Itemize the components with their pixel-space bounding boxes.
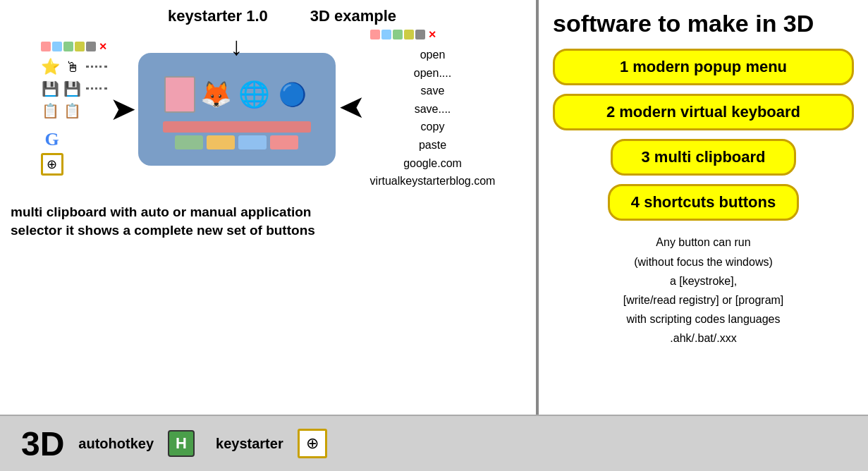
dotted-line-1 <box>86 66 107 68</box>
menu-item-paste[interactable]: paste <box>370 136 496 154</box>
keystarter-icon-footer[interactable]: ⊕ <box>298 429 327 458</box>
color-dot-yellow[interactable] <box>75 42 85 51</box>
bottom-text-1: multi clipboard with auto or manual appl… <box>11 203 529 222</box>
blue-diagram-box: ↓ 🦊 🌐 🔵 <box>138 53 336 166</box>
any-button-description: Any button can run (without focus the wi… <box>553 233 854 348</box>
title-keystarter: keystarter 1.0 <box>168 7 268 25</box>
color-dot-blue[interactable] <box>52 42 62 51</box>
button-multi-clipboard[interactable]: 3 multi clipboard <box>611 139 795 176</box>
color-toolbar-left: ✕ <box>41 41 107 54</box>
x-mark-left[interactable]: ✕ <box>99 41 107 52</box>
footer-keystarter-label: keystarter <box>216 436 283 452</box>
app-icon-pink <box>164 76 195 113</box>
bottom-description: multi clipboard with auto or manual appl… <box>7 203 529 240</box>
button-popup-menu[interactable]: 1 modern popup menu <box>553 49 854 85</box>
menu-item-open[interactable]: open <box>370 46 496 64</box>
right-color-dot-yellow[interactable] <box>404 30 414 39</box>
autohotkey-letter: H <box>176 434 187 453</box>
icon-save2-left[interactable]: 💾 <box>63 79 82 99</box>
button-virtual-keyboard[interactable]: 2 modern virtual keyboard <box>553 94 854 130</box>
right-title: software to make in 3D <box>553 11 854 37</box>
footer: 3D autohotkey H keystarter ⊕ <box>0 415 868 471</box>
icon-save-left[interactable]: 💾 <box>41 79 61 99</box>
color-dot-pink[interactable] <box>41 42 51 51</box>
bottom-text-2: selector it shows a complete new set of … <box>11 221 529 240</box>
color-dot-green[interactable] <box>63 42 73 51</box>
crosshair-icon-left[interactable]: ⊕ <box>41 153 63 176</box>
app-icon-ie: 🔵 <box>276 76 310 113</box>
icon-paste-left[interactable]: 📋 <box>63 101 82 121</box>
footer-3d-label: 3D <box>21 424 64 463</box>
app-icons-row: 🦊 🌐 🔵 <box>164 76 310 113</box>
left-panel: keystarter 1.0 3D example ✕ <box>0 0 536 415</box>
app-icon-chrome: 🌐 <box>238 76 271 113</box>
shelf-item-1 <box>175 135 203 149</box>
icon-copy-left[interactable]: 📋 <box>41 101 61 121</box>
menu-item-save[interactable]: save <box>370 82 496 100</box>
menu-item-blog[interactable]: virtualkeystarterblog.com <box>370 172 496 190</box>
menu-item-save-dots[interactable]: save.... <box>370 100 496 118</box>
arrow-left-icon: ➤ <box>111 93 135 126</box>
autohotkey-icon[interactable]: H <box>168 430 195 457</box>
shelf-item-4 <box>270 135 298 149</box>
app-icon-firefox: 🦊 <box>200 76 233 113</box>
title-3d-example: 3D example <box>310 7 396 25</box>
dotted-line-2 <box>86 87 107 90</box>
diagram-section: ✕ ⭐ 🖱 💾 💾 📋 📋 G <box>7 29 529 190</box>
right-color-dot-blue[interactable] <box>381 30 391 39</box>
google-icon[interactable]: G <box>41 128 63 151</box>
menu-item-copy[interactable]: copy <box>370 118 496 136</box>
menu-item-google[interactable]: google.com <box>370 154 496 173</box>
footer-autohotkey-label: autohotkey <box>78 436 154 452</box>
down-arrow-icon: ↓ <box>231 32 243 61</box>
right-color-dot-pink[interactable] <box>370 30 380 39</box>
right-color-dot-gray[interactable] <box>415 30 425 39</box>
shelf-item-2 <box>207 135 235 149</box>
left-toolbar: ✕ ⭐ 🖱 💾 💾 📋 📋 G <box>41 41 107 178</box>
right-color-dot-green[interactable] <box>393 30 403 39</box>
icon-cursor-left[interactable]: 🖱 <box>63 57 82 77</box>
shelf-item-3 <box>238 135 267 149</box>
color-dot-gray[interactable] <box>86 42 96 51</box>
shelf-bar <box>163 121 311 133</box>
menu-item-open-dots[interactable]: open.... <box>370 64 496 82</box>
icon-star-left[interactable]: ⭐ <box>41 57 61 77</box>
right-diagram-side: ✕ open open.... save save.... copy paste… <box>370 29 496 190</box>
button-shortcuts[interactable]: 4 shortcuts buttons <box>608 184 799 221</box>
right-panel: software to make in 3D 1 modern popup me… <box>539 0 868 415</box>
title-area: keystarter 1.0 3D example <box>7 7 529 25</box>
menu-items: open open.... save save.... copy paste g… <box>370 46 496 190</box>
arrow-right-icon: ➤ <box>339 93 363 126</box>
x-mark-right[interactable]: ✕ <box>428 29 436 40</box>
